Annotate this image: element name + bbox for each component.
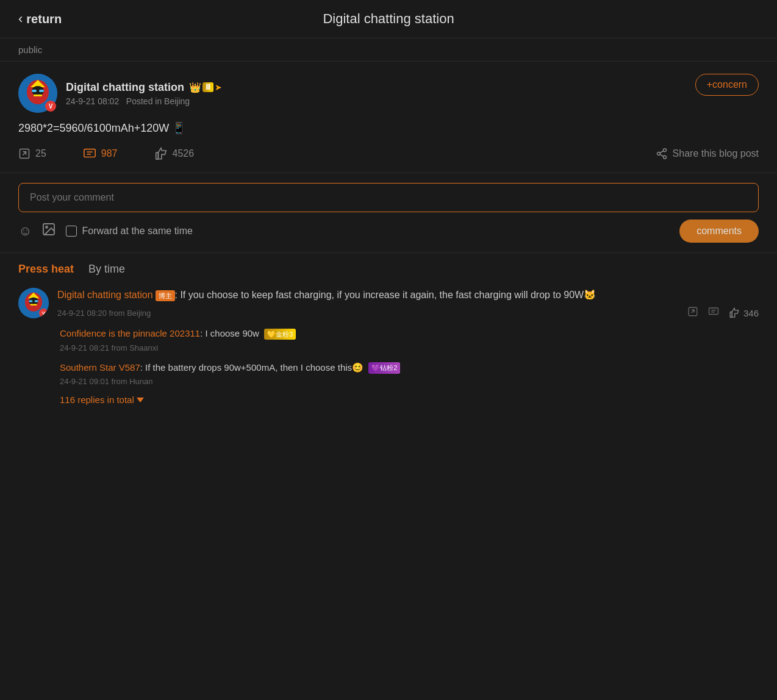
svg-rect-29 xyxy=(709,308,718,315)
comment-likes[interactable]: 346 xyxy=(729,307,759,318)
image-icon[interactable] xyxy=(41,222,56,240)
svg-rect-5 xyxy=(39,90,44,92)
comments-area: Press heat By time V Digital chatting st… xyxy=(0,253,777,427)
tab-press-heat[interactable]: Press heat xyxy=(18,263,74,276)
share-blog-action[interactable]: Share this blog post xyxy=(656,148,759,160)
post-text: 2980*2=5960/6100mAh+120W 📱 xyxy=(18,121,185,135)
reply-author[interactable]: Southern Star V587 xyxy=(60,362,140,373)
post-date: 24-9-21 08:02 xyxy=(66,96,119,106)
reply-time: 24-9-21 08:21 from Shaanxi xyxy=(60,343,759,352)
comment-body: Digital chatting station博主: If you choos… xyxy=(57,288,759,405)
concern-button[interactable]: +concern xyxy=(695,74,759,96)
tab-by-time[interactable]: By time xyxy=(88,263,125,276)
level-badge: Ⅲ xyxy=(202,82,213,92)
post-meta: 24-9-21 08:02 Posted in Beijing xyxy=(66,96,222,106)
svg-rect-25 xyxy=(35,300,38,302)
comment-toolbar: ☺ Forward at the same time comments xyxy=(18,220,759,243)
reply-item: Confidence is the pinnacle 202311: I cho… xyxy=(60,327,759,352)
like-count-action[interactable]: 4526 xyxy=(154,147,195,160)
replies-section: Confidence is the pinnacle 202311: I cho… xyxy=(60,327,759,405)
comment-item: V Digital chatting station博主: If you cho… xyxy=(18,288,759,405)
avatar-wrapper: V xyxy=(18,74,57,113)
author-section: V Digital chatting station 👑 Ⅲ ➤ 24-9-21… xyxy=(18,74,222,113)
author-name-row: Digital chatting station 👑 Ⅲ ➤ xyxy=(66,81,222,94)
replies-count[interactable]: 116 replies in total xyxy=(60,395,759,405)
comment-vip-badge: V xyxy=(39,309,48,318)
author-name: Digital chatting station xyxy=(66,81,184,94)
post-actions: 25 987 4526 Share th xyxy=(18,147,759,160)
header: ‹ return Digital chatting station xyxy=(0,0,777,38)
back-label: return xyxy=(26,12,62,26)
comment-actions: 346 xyxy=(687,306,759,320)
share-blog-icon xyxy=(656,148,668,160)
author-info: Digital chatting station 👑 Ⅲ ➤ 24-9-21 0… xyxy=(66,81,222,106)
expand-replies-icon xyxy=(137,398,144,402)
post-content: 2980*2=5960/6100mAh+120W 📱 xyxy=(18,121,759,135)
share-count-action[interactable]: 25 xyxy=(18,148,46,160)
svg-point-14 xyxy=(657,152,660,155)
blogger-tag: 博主 xyxy=(156,290,175,302)
visibility-tag: public xyxy=(0,38,777,62)
gold-fan-badge: 💛金粉3 xyxy=(264,329,296,340)
reply-author[interactable]: Confidence is the pinnacle 202311 xyxy=(60,328,200,338)
forward-label: Forward at the same time xyxy=(82,226,192,237)
reply-time: 24-9-21 09:01 from Hunan xyxy=(60,377,759,386)
post-header: V Digital chatting station 👑 Ⅲ ➤ 24-9-21… xyxy=(18,74,759,113)
svg-rect-9 xyxy=(84,149,95,157)
comment-count-action[interactable]: 987 xyxy=(83,147,118,160)
svg-point-19 xyxy=(46,226,48,228)
crown-badge: 👑 Ⅲ ➤ xyxy=(189,82,222,93)
back-chevron-icon: ‹ xyxy=(18,11,23,27)
svg-rect-24 xyxy=(29,300,32,302)
replies-count-label: 116 replies in total xyxy=(60,395,134,405)
comment-author[interactable]: Digital chatting station xyxy=(57,290,153,300)
share-icon xyxy=(18,148,30,160)
reply-item: Southern Star V587: If the battery drops… xyxy=(60,361,759,387)
vip-badge: V xyxy=(45,101,56,112)
comment-count: 987 xyxy=(101,148,118,159)
post-card: V Digital chatting station 👑 Ⅲ ➤ 24-9-21… xyxy=(0,62,777,173)
comment-time: 24-9-21 08:20 from Beijing xyxy=(57,309,151,318)
submit-comment-button[interactable]: comments xyxy=(679,220,759,243)
like-icon xyxy=(154,147,168,160)
forward-checkbox[interactable] xyxy=(66,226,77,237)
comment-input[interactable] xyxy=(18,183,759,212)
comment-section: ☺ Forward at the same time comments xyxy=(0,173,777,253)
emoji-icon[interactable]: ☺ xyxy=(18,223,32,239)
svg-point-13 xyxy=(663,149,666,152)
arrow-badge: ➤ xyxy=(215,82,222,92)
reply-text: Confidence is the pinnacle 202311: I cho… xyxy=(60,327,759,341)
diamond-fan-badge: 💜钻粉2 xyxy=(368,362,400,374)
comment-text: Digital chatting station博主: If you choos… xyxy=(57,288,759,302)
share-blog-label: Share this blog post xyxy=(673,148,759,159)
svg-line-28 xyxy=(692,310,695,313)
svg-line-16 xyxy=(660,151,664,153)
crown-icon: 👑 xyxy=(189,82,201,93)
sort-tabs: Press heat By time xyxy=(18,263,759,276)
comment-like-count: 346 xyxy=(743,308,759,318)
svg-point-15 xyxy=(663,155,666,159)
forward-checkbox-label[interactable]: Forward at the same time xyxy=(66,226,192,237)
comment-meta: 24-9-21 08:20 from Beijing xyxy=(57,306,759,320)
header-title: Digital chatting station xyxy=(323,11,454,27)
comment-share-icon[interactable] xyxy=(687,306,698,320)
svg-line-17 xyxy=(660,154,664,157)
back-button[interactable]: ‹ return xyxy=(18,11,62,27)
reply-text: Southern Star V587: If the battery drops… xyxy=(60,361,759,375)
share-count: 25 xyxy=(35,148,46,159)
svg-rect-12 xyxy=(156,152,158,159)
comment-avatar: V xyxy=(18,288,49,318)
comment-reply-icon[interactable] xyxy=(708,306,719,320)
svg-rect-6 xyxy=(34,95,42,96)
post-location: Posted in Beijing xyxy=(126,96,190,106)
svg-rect-26 xyxy=(30,304,37,305)
comment-icon xyxy=(83,147,96,160)
svg-rect-4 xyxy=(32,90,37,92)
like-count: 4526 xyxy=(173,148,195,159)
svg-rect-32 xyxy=(730,312,732,318)
